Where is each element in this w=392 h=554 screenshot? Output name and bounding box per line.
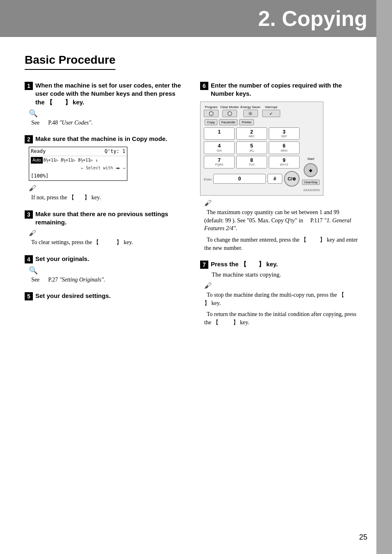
step-7-number: 7 <box>200 261 208 269</box>
step-2-header: 2 Make sure that the machine is in Copy … <box>25 135 184 143</box>
step-7-note1: To stop the machine during the multi-cop… <box>204 292 357 306</box>
step-1-note: 🔍 See P.48 "User Codes". <box>29 109 184 127</box>
interrupt-label: Interrupt <box>265 105 277 109</box>
section-title: Basic Procedure <box>25 53 115 70</box>
step-7-text: Press the 【 】 key. <box>211 260 278 268</box>
step-6-number: 6 <box>200 82 208 90</box>
note-icon-4: 🔍 <box>29 266 184 275</box>
clear-modes-label: Clear Modes <box>220 105 239 109</box>
step-3: 3 Make sure that there are no previous s… <box>25 210 184 247</box>
key-5[interactable]: 5JKL <box>236 141 267 154</box>
step-6-note: 🖌 The maximum copy quantity can be set b… <box>204 199 359 233</box>
energy-saver-icon: ◎ <box>249 111 252 115</box>
step-6: 6 Enter the number of copies required wi… <box>200 81 359 252</box>
display-qty: Q'ty: 1 <box>104 148 125 155</box>
program-label: Program <box>205 105 218 109</box>
auto-badge: Auto <box>31 157 43 164</box>
step-4-text: Set your originals. <box>35 255 89 263</box>
right-strip <box>376 0 392 554</box>
enter-text: Enter <box>204 178 212 181</box>
step-7-note1-block: 🖌 To stop the machine during the multi-c… <box>204 282 359 307</box>
start-icon: ◆ <box>309 168 312 173</box>
display-paper-sizes: 8½×11▷ 8½×11▷ 8½×11▷ ↓ <box>44 157 98 163</box>
note-icon-3: 🖌 <box>29 229 184 238</box>
start-button[interactable]: ◆ <box>304 163 318 177</box>
model-label: ZAAS090N <box>204 188 320 192</box>
copy-func-btn[interactable]: Copy <box>205 119 217 125</box>
key-2[interactable]: 2ABC <box>236 127 267 140</box>
display-middle-row: Auto 8½×11▷ 8½×11▷ 8½×11▷ ↓ <box>29 156 127 164</box>
enter-label: Enter <box>204 177 212 181</box>
clear-stop-button[interactable]: Clear/Stop <box>302 180 320 185</box>
key-3[interactable]: 3DEF <box>269 127 300 140</box>
energy-saver-btn[interactable]: ◎ <box>243 110 258 117</box>
step-1: 1 When the machine is set for user codes… <box>25 81 184 127</box>
clear-modes-section: Clear Modes ⬡ <box>220 105 239 117</box>
key-4[interactable]: 4GHI <box>204 141 235 154</box>
step-4-note: 🔍 See P.27 "Setting Originals". <box>29 266 184 284</box>
step-4: 4 Set your originals. 🔍 See P.27 "Settin… <box>25 255 184 284</box>
page-number: 25 <box>359 533 367 542</box>
key-0[interactable]: 0 <box>213 174 266 184</box>
start-text: Start <box>307 157 314 161</box>
step-1-note-text: See P.48 "User Codes". <box>31 120 92 126</box>
keypad-main-area: 1 2ABC 3DEF 4GHI 5JKL 6MNO 7PQRS 8TUV 9W… <box>204 127 320 187</box>
step-5: 5 Set your desired settings. <box>25 292 184 300</box>
program-section: Program ⬡ <box>204 105 219 117</box>
key-1[interactable]: 1 <box>204 127 235 140</box>
printer-func-label: Printer <box>242 120 251 124</box>
key-7[interactable]: 7PQRS <box>204 156 235 169</box>
step-5-header: 5 Set your desired settings. <box>25 292 184 300</box>
two-column-layout: 1 When the machine is set for user codes… <box>25 81 359 335</box>
interrupt-btn[interactable]: ↙ <box>262 110 280 117</box>
display-select-row: ← Select with ◄► → <box>29 164 127 172</box>
interrupt-icon: ↙ <box>270 111 273 115</box>
clear-modes-btn[interactable]: ⬡ <box>222 110 237 117</box>
note-icon-6: 🖌 <box>204 199 359 208</box>
step-4-number: 4 <box>25 255 33 263</box>
step-3-number: 3 <box>25 210 33 219</box>
right-action-buttons: Start ◆ Clear/Stop <box>302 127 320 187</box>
step-5-text: Set your desired settings. <box>35 292 111 300</box>
keypad-top-buttons: Program ⬡ Clear Modes ⬡ Ener <box>204 105 320 117</box>
main-content: Basic Procedure 1 When the machine is se… <box>0 37 392 351</box>
step-7: 7 Press the 【 】 key. The machine starts … <box>200 260 359 326</box>
interrupt-section: Interrupt ↙ <box>262 105 280 117</box>
step-1-header: 1 When the machine is set for user codes… <box>25 81 184 106</box>
key-9[interactable]: 9WXYZ <box>269 156 300 169</box>
number-keys-grid: 1 2ABC 3DEF 4GHI 5JKL 6MNO 7PQRS 8TUV 9W… <box>204 127 300 169</box>
note-icon-1: 🔍 <box>29 109 184 118</box>
facsimile-func-btn[interactable]: Facsimile <box>219 119 238 125</box>
right-column: 6 Enter the number of copies required wi… <box>200 81 359 335</box>
function-buttons-row: Copy Facsimile Printer <box>205 119 320 125</box>
program-btn[interactable]: ⬡ <box>204 110 219 117</box>
step-2: 2 Make sure that the machine is in Copy … <box>25 135 184 201</box>
step-3-text: Make sure that there are no previous set… <box>35 210 184 227</box>
step-6-note2: To change the number entered, press the … <box>204 237 358 251</box>
display-bottom-row: [100%] <box>29 172 127 180</box>
start-label-text: Start <box>307 157 314 161</box>
page-title: 2. Copying <box>258 6 367 31</box>
step-7-line2: The machine starts copying. <box>212 271 359 278</box>
clear-stop-label: Clear/Stop <box>304 181 318 184</box>
step-6-note1: The maximum copy quantity can be set bet… <box>204 209 351 231</box>
step-2-note-text: If not, press the 【 】 key. <box>31 194 101 201</box>
number-keys-area: 1 2ABC 3DEF 4GHI 5JKL 6MNO 7PQRS 8TUV 9W… <box>204 127 300 187</box>
key-cancel[interactable]: C/⊗ <box>284 171 300 187</box>
display-select-text: ← Select with ◄► → <box>81 166 125 170</box>
display-zoom: [100%] <box>31 173 48 179</box>
copy-mode-display: Ready Q'ty: 1 Auto 8½×11▷ 8½×11▷ 8½×11▷ … <box>29 147 127 181</box>
bottom-keys-row: Enter 0 # C/⊗ <box>204 171 300 187</box>
step-3-header: 3 Make sure that there are no previous s… <box>25 210 184 227</box>
key-8[interactable]: 8TUV <box>236 156 267 169</box>
keypad-diagram: Program ⬡ Clear Modes ⬡ Ener <box>200 102 323 196</box>
step-1-number: 1 <box>25 82 33 90</box>
display-top-row: Ready Q'ty: 1 <box>29 147 127 156</box>
facsimile-func-label: Facsimile <box>221 120 235 124</box>
clear-modes-icon: ⬡ <box>227 110 232 117</box>
note-icon-7a: 🖌 <box>204 282 359 290</box>
printer-func-btn[interactable]: Printer <box>239 119 254 125</box>
key-6[interactable]: 6MNO <box>269 141 300 154</box>
key-hash[interactable]: # <box>267 174 282 184</box>
step-7-note2: To return the machine to the initial con… <box>204 311 356 325</box>
